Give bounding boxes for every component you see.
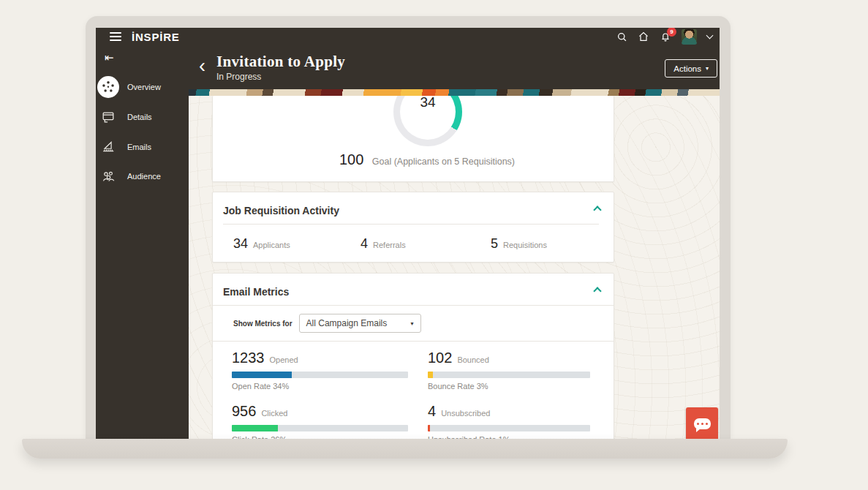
goal-target-label: Goal (Applicants on 5 Requisitions) (372, 157, 515, 167)
stat-referrals: 4 Referrals (361, 236, 491, 252)
metric-unsubscribed: 4 Unsubscribed Unsubscribed Rate 1% (428, 403, 590, 439)
goal-current-value: 34 (393, 96, 462, 110)
emails-icon (97, 140, 119, 154)
clicked-progress-bar (232, 425, 408, 431)
select-caret-icon: ▾ (411, 320, 414, 327)
opened-progress-bar (232, 372, 408, 378)
search-icon[interactable] (616, 31, 627, 42)
sidebar-item-overview[interactable]: Overview (96, 75, 189, 99)
sidebar-item-label: Emails (127, 143, 151, 151)
details-icon (97, 110, 119, 124)
app-logo: İNSPİRE (132, 31, 180, 43)
metric-opened: 1233 Opened Open Rate 34% (232, 350, 408, 391)
filter-label: Show Metrics for (233, 320, 293, 328)
sidebar-item-audience[interactable]: Audience (96, 165, 189, 188)
bounced-progress-bar (428, 372, 590, 378)
laptop-base (22, 439, 788, 459)
status-text: In Progress (216, 72, 345, 82)
section-title: Email Metrics (223, 286, 614, 298)
overview-icon (97, 76, 119, 98)
stat-applicants: 34 Applicants (233, 236, 361, 252)
sidebar-item-label: Details (127, 113, 152, 121)
campaign-emails-select[interactable]: All Campaign Emails ▾ (299, 314, 421, 333)
hamburger-menu-icon[interactable] (110, 32, 121, 41)
user-avatar[interactable] (682, 29, 697, 45)
audience-icon (97, 169, 119, 184)
home-icon[interactable] (638, 31, 649, 42)
top-bar: İNSPİRE 9 (96, 28, 720, 45)
stat-requisitions: 5 Requisitions (491, 236, 547, 252)
back-chevron-icon[interactable]: ‹ (199, 56, 205, 76)
sidebar-collapse-icon[interactable]: ⇤ (105, 51, 114, 64)
actions-button[interactable]: Actions ▾ (665, 59, 717, 78)
metric-clicked: 956 Clicked Click Rate 26% (232, 403, 408, 439)
page-content: 34 100 Goal (Applicants on 5 Requisition… (189, 96, 720, 439)
section-title: Job Requisition Activity (223, 205, 599, 216)
email-metrics-card: Email Metrics Show Metrics for All Campa… (212, 273, 614, 439)
metric-bounced: 102 Bounced Bounce Rate 3% (428, 350, 590, 391)
unsubscribed-progress-bar (428, 425, 590, 431)
page-title: Invitation to Apply (216, 53, 345, 71)
notification-count-badge: 9 (667, 28, 676, 37)
job-requisition-activity-card: Job Requisition Activity 34 Applicants 4… (212, 192, 614, 263)
actions-caret-icon: ▾ (706, 65, 709, 72)
decorative-banner-image (189, 89, 720, 96)
sidebar-item-emails[interactable]: Emails (96, 135, 189, 159)
laptop-frame: İNSPİRE 9 ⇤ (86, 16, 731, 439)
app-window: İNSPİRE 9 ⇤ (96, 28, 720, 439)
page-header: ‹ Invitation to Apply In Progress Action… (189, 45, 720, 89)
chat-support-button[interactable] (686, 407, 718, 439)
sidebar-item-details[interactable]: Details (96, 105, 189, 129)
sidebar-nav: ⇤ Overview Details (96, 45, 189, 439)
chat-bubble-icon (694, 418, 711, 429)
goal-progress-card: 34 100 Goal (Applicants on 5 Requisition… (212, 96, 614, 182)
notifications-bell-icon[interactable]: 9 (660, 31, 671, 42)
user-menu-chevron-down-icon[interactable] (706, 32, 714, 39)
sidebar-item-label: Overview (127, 83, 161, 91)
goal-target-value: 100 (339, 151, 363, 167)
sidebar-item-label: Audience (127, 172, 161, 181)
